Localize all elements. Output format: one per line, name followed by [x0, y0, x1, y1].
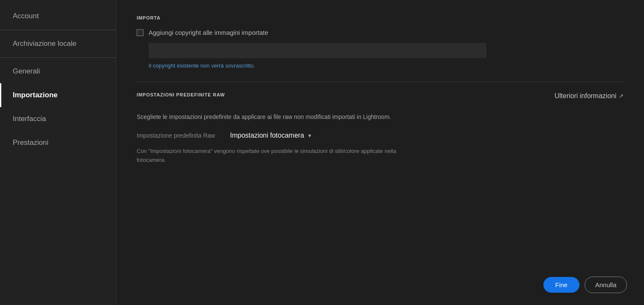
raw-dropdown-button[interactable]: Impostazioni fotocamera ▾ [230, 132, 311, 139]
copyright-checkbox-label: Aggiungi copyright alle immagini importa… [149, 29, 268, 36]
sidebar-item-account[interactable]: Account [0, 4, 116, 28]
importa-section-title: IMPORTA [137, 15, 624, 20]
fine-button[interactable]: Fine [543, 277, 579, 293]
copyright-checkbox[interactable] [137, 29, 143, 36]
sidebar-item-archiviazione-locale[interactable]: Archiviazione locale [0, 32, 116, 56]
app-container: Account Archiviazione locale Generali Im… [0, 0, 644, 305]
sidebar-divider-1 [0, 30, 116, 30]
camera-note: Con "Impostazioni fotocamera" vengono ri… [137, 147, 425, 165]
copyright-checkbox-row: Aggiungi copyright alle immagini importa… [137, 29, 624, 36]
main-content: IMPORTA Aggiungi copyright alle immagini… [116, 0, 644, 305]
raw-section-title: IMPOSTAZIONI PREDEFINITE RAW [137, 92, 225, 97]
annulla-button[interactable]: Annulla [585, 277, 627, 293]
sidebar-item-interfaccia[interactable]: Interfaccia [0, 107, 116, 131]
sidebar-divider-2 [0, 57, 116, 58]
raw-setting-row: Impostazione predefinita Raw Impostazion… [137, 132, 624, 139]
more-info-link[interactable]: Ulteriori informazioni ↗ [554, 92, 624, 100]
chevron-down-icon: ▾ [308, 132, 311, 139]
raw-section-header: IMPOSTAZIONI PREDEFINITE RAW Ulteriori i… [137, 92, 624, 106]
raw-section-divider [137, 82, 624, 82]
raw-setting-label: Impostazione predefinita Raw [137, 132, 222, 139]
sidebar: Account Archiviazione locale Generali Im… [0, 0, 116, 305]
copyright-input[interactable] [149, 43, 487, 58]
sidebar-item-prestazioni[interactable]: Prestazioni [0, 131, 116, 155]
raw-section: IMPOSTAZIONI PREDEFINITE RAW Ulteriori i… [137, 92, 624, 165]
sidebar-item-importazione[interactable]: Importazione [0, 83, 116, 107]
raw-section-description: Scegliete le impostazioni predefinite da… [137, 113, 624, 121]
external-link-icon: ↗ [619, 93, 624, 99]
copyright-hint: Il copyright esistente non verrà sovrasc… [149, 62, 624, 69]
importa-section: IMPORTA Aggiungi copyright alle immagini… [137, 15, 624, 69]
footer-buttons: Fine Annulla [543, 277, 627, 293]
raw-dropdown-value: Impostazioni fotocamera [230, 132, 304, 139]
sidebar-item-generali[interactable]: Generali [0, 59, 116, 83]
